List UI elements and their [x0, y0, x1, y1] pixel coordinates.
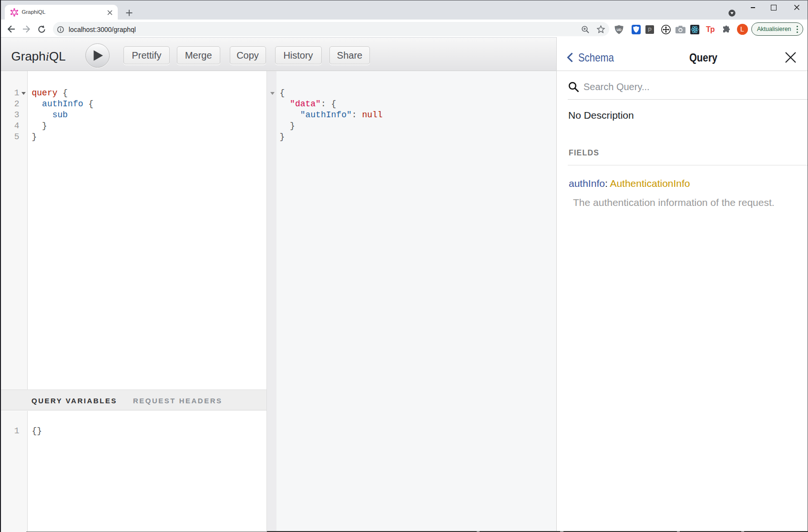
svg-text:UD: UD	[616, 28, 621, 31]
svg-text:P: P	[648, 27, 652, 33]
